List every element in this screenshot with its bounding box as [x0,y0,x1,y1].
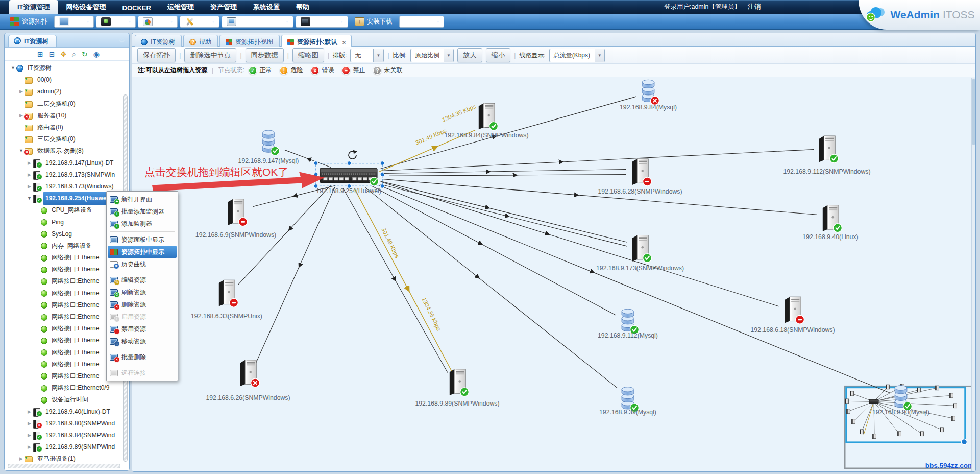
tree-row[interactable]: 路由器(0) [7,122,121,133]
collapse-all-icon-icon[interactable]: ⊟ [49,51,55,58]
tree-row[interactable]: SysLog [7,228,121,240]
topology-toolbar-button[interactable]: 同步数据 [246,48,284,62]
layout-select[interactable]: 无 [350,49,384,62]
tree-expand-arrow[interactable] [26,157,33,169]
tree-expand-arrow[interactable] [26,406,33,418]
topology-node[interactable]: 192.168.9.112(Mysql) [598,309,658,339]
menubar-item[interactable]: IT资源管理 [9,0,58,14]
tree-horizontal-scrollbar[interactable] [8,464,120,468]
menubar-item[interactable]: DOCKER [114,2,159,14]
tree-row[interactable]: 网络接口:Etherne [7,347,121,359]
topology-canvas[interactable]: 192.168.9.147(Mysql)192.168.9.84(Mysql)1… [132,77,975,471]
rotate-handle-icon[interactable] [349,150,357,159]
ribbon-item[interactable]: 设置 [180,16,219,28]
context-menu-item[interactable]: 资源面板中显示 [108,233,177,246]
tree-row[interactable]: Ping [7,216,121,228]
context-menu-item[interactable]: 资源拓扑中显示 [108,246,177,258]
tree-row[interactable]: 三层交换机(0) [7,133,121,145]
zoom-in-button[interactable]: 放大 [457,48,482,62]
main-tab[interactable]: IT资源树 [135,35,182,47]
selection-handle[interactable] [314,161,318,165]
gear-icon[interactable] [118,36,125,44]
tree-row[interactable]: 192.168.9.173(Windows) [7,181,121,193]
tree-row[interactable]: 192.168.9.147(Linux)-DT [7,157,121,169]
main-tab[interactable]: 资源拓扑视图 [219,35,280,47]
ribbon-item[interactable]: 资源发现 [296,16,348,28]
tree-row[interactable]: 网络接口:Etherne [7,288,121,299]
selection-handle[interactable] [347,184,351,188]
tree-row[interactable]: 192.168.9.40(Linux)-DT [7,406,121,417]
tree-row[interactable]: 网络接口:Etherne [7,275,121,287]
topology-node[interactable]: 192.168.6.18(SNMPWindows) [750,297,835,334]
topology-node[interactable]: 192.168.9.112(SNMPWindows) [783,136,870,176]
menubar-item[interactable]: 系统设置 [245,0,288,14]
topology-toolbar-button[interactable]: 缩略图 [292,48,324,62]
minimap-drag-handle[interactable] [962,439,967,445]
selection-handle[interactable] [380,161,384,165]
menubar-item[interactable]: 帮助 [288,0,317,14]
search-icon-icon[interactable]: ⌕ [72,51,76,58]
menubar-item[interactable]: 资产管理 [202,0,245,14]
scrollbar-thumb[interactable] [972,79,975,145]
tree-row[interactable]: 网络接口:Etherne [7,311,121,323]
ribbon-item[interactable]: 服务器监测代理 [222,16,293,28]
tree-row[interactable]: IT资源树 [7,62,121,74]
tree-row[interactable]: 网络接口:Etherne [7,264,121,275]
topology-node[interactable]: 192.168.6.9(SNMPWindows) [195,199,276,239]
selection-handle[interactable] [314,184,318,188]
logout-link[interactable]: 注销 [748,3,761,11]
context-menu-item[interactable]: 批量添加监测器 [108,205,177,218]
tree-row[interactable]: 网络接口:Etherne [7,252,121,264]
canvas-vertical-scrollbar[interactable] [971,78,975,471]
tree-row[interactable]: 二层交换机(0) [7,98,121,110]
menubar-item[interactable]: 网络设备管理 [58,0,114,14]
tree-row[interactable]: 设备运行时间 [7,394,121,406]
selection-handle[interactable] [380,184,384,188]
tree-row[interactable]: CPU_网络设备 [7,204,121,216]
tree-row[interactable]: 网络接口:Etherne [7,359,121,370]
topology-toolbar-button[interactable]: 删除选中节点 [184,48,236,62]
topology-node[interactable]: 192.168.9.147(Mysql) [238,130,299,164]
close-icon[interactable] [342,39,346,45]
ribbon-item[interactable]: 报警 [96,16,136,28]
context-menu-item[interactable]: 启用资源 [108,311,177,323]
tree-row[interactable]: 服务器(10) [7,110,121,122]
tree-row[interactable]: 192.168.9.80(SNMPWind [7,418,121,430]
tree-row[interactable]: 网络接口:Etherne [7,370,121,382]
context-menu-item[interactable]: 编辑资源 [108,274,177,286]
tree-row[interactable]: 192.168.9.173(SNMPWin [7,169,121,181]
tree-row[interactable]: 网络接口:Etherne [7,335,121,346]
topology-node[interactable]: 192.168.9.84(SNMPWindows) [444,103,528,139]
tree-row[interactable]: 00(0) [7,74,121,86]
selection-handle[interactable] [347,161,351,165]
topology-node[interactable]: 192.168.6.33(SNMPUnix) [191,280,262,320]
context-menu-item[interactable]: 远程连接 [108,367,177,379]
context-menu-item[interactable]: 删除资源 [108,298,177,311]
menubar-item[interactable]: 运维管理 [159,0,202,14]
tree-row[interactable]: admin(2) [7,86,121,98]
tree-expand-arrow[interactable] [10,62,16,74]
topology-node[interactable]: 192.168.9.89(SNMPWindows) [415,369,499,408]
resource-tree-tab[interactable]: IT资源树 [8,35,57,47]
context-menu-item[interactable]: 历史曲线 [108,258,177,270]
tree-expand-arrow[interactable] [26,441,33,453]
tree-row[interactable]: 亚马逊设备(1) [7,453,121,462]
expand-all-icon-icon[interactable]: ⊞ [37,51,43,58]
tree-row[interactable]: 网络接口:Ethernet0/9 [7,382,121,394]
context-menu-item[interactable]: 禁用资源 [108,323,177,335]
zoom-out-button[interactable]: 缩小 [486,48,511,62]
main-tab[interactable]: 资源拓扑:默认 [281,35,352,47]
tree-expand-arrow[interactable] [26,193,33,204]
main-tab[interactable]: 帮助 [183,35,218,47]
scale-select[interactable]: 原始比例 [410,49,454,62]
tree-row[interactable]: 内存_网络设备 [7,240,121,252]
refresh-icon-icon[interactable]: ↻ [82,51,88,58]
tree-row[interactable]: 192.168.9.254(Huawei)- [7,193,121,204]
selection-handle[interactable] [380,173,384,177]
tree-expand-arrow[interactable] [26,418,33,430]
ribbon-item[interactable]: 视图 [54,16,94,28]
context-menu-item[interactable]: 添加监测器 [108,218,177,230]
context-menu-item[interactable]: 移动资源 [108,335,177,347]
topology-node[interactable]: 192.168.6.28(SNMPWindows) [598,159,682,196]
ribbon-item[interactable]: VPN管理 [399,16,445,28]
